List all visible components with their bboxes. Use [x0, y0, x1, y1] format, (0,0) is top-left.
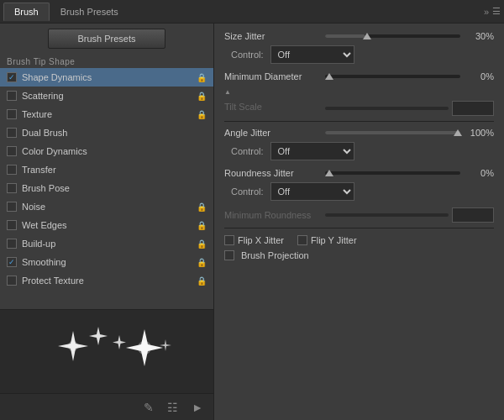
bottom-toolbar: ✎ ☷ ►	[0, 393, 213, 420]
expand-icon[interactable]: »	[484, 7, 489, 17]
list-item-dual-brush[interactable]: Dual Brush	[0, 123, 213, 142]
lock-icon-build-up: 🔒	[197, 239, 207, 249]
play-icon[interactable]: ►	[188, 399, 207, 416]
right-panel: Size Jitter 30% Control: Off Fade Pen Pr…	[214, 24, 504, 420]
tilt-scale-slider[interactable]	[325, 102, 449, 114]
size-jitter-control-select[interactable]: Off Fade Pen Pressure Pen Tilt Stylus Wh…	[270, 45, 354, 64]
main-content: Brush Presets Brush Tip Shape ✓ Shape Dy…	[0, 24, 504, 420]
min-roundness-input[interactable]	[452, 207, 494, 223]
svg-marker-4	[160, 339, 171, 351]
roundness-jitter-row: Roundness Jitter 0%	[224, 167, 494, 179]
checkbox-smoothing[interactable]: ✓	[7, 257, 17, 267]
flip-y-checkbox[interactable]	[297, 235, 307, 245]
roundness-jitter-control-select[interactable]: Off Fade Pen Pressure Pen Tilt Rotation	[270, 182, 354, 201]
checkbox-dual-brush[interactable]	[7, 128, 17, 138]
lock-icon-texture: 🔒	[197, 110, 207, 119]
lock-icon-noise: 🔒	[197, 202, 207, 212]
checkbox-protect-texture[interactable]	[7, 276, 17, 286]
tab-bar: Brush Brush Presets » ☰	[0, 0, 504, 24]
checkbox-scattering[interactable]	[7, 91, 17, 101]
tab-brush-presets[interactable]: Brush Presets	[50, 3, 129, 21]
size-jitter-control-row: Control: Off Fade Pen Pressure Pen Tilt …	[224, 45, 494, 64]
divider-2	[224, 228, 494, 228]
list-item-smoothing[interactable]: ✓ Smoothing 🔒	[0, 253, 213, 271]
checkbox-transfer[interactable]	[7, 165, 17, 175]
svg-marker-2	[113, 335, 126, 349]
checkbox-wet-edges[interactable]	[7, 220, 17, 230]
brush-preview-canvas	[23, 314, 191, 390]
checkbox-shape-dynamics[interactable]: ✓	[7, 72, 17, 82]
tab-icons: » ☰	[484, 6, 501, 17]
menu-icon[interactable]: ☰	[492, 6, 501, 17]
tilt-scale-input[interactable]	[452, 101, 494, 116]
brush-projection-item[interactable]: Brush Projection	[224, 250, 494, 260]
list-item-brush-pose[interactable]: Brush Pose	[0, 179, 213, 197]
lock-icon-wet-edges: 🔒	[197, 221, 207, 230]
tab-brush[interactable]: Brush	[3, 3, 50, 21]
checkbox-row: Flip X Jitter Flip Y Jitter	[224, 235, 494, 245]
angle-jitter-control-select[interactable]: Off Fade Pen Pressure Pen Tilt Rotation	[270, 142, 354, 160]
min-diameter-slider[interactable]	[325, 71, 460, 82]
list-item-texture[interactable]: Texture 🔒	[0, 105, 213, 123]
flip-y-jitter-item[interactable]: Flip Y Jitter	[297, 235, 357, 245]
roundness-jitter-slider[interactable]	[325, 167, 460, 179]
angle-jitter-slider[interactable]	[325, 127, 460, 139]
list-item-shape-dynamics[interactable]: ✓ Shape Dynamics 🔒	[0, 68, 213, 87]
angle-jitter-row: Angle Jitter 100%	[224, 127, 494, 139]
lock-icon-protect-texture: 🔒	[197, 276, 207, 286]
checkbox-noise[interactable]	[7, 202, 17, 212]
svg-point-5	[68, 341, 78, 351]
min-roundness-slider[interactable]	[325, 209, 449, 221]
checkbox-build-up[interactable]	[7, 239, 17, 249]
grid-icon[interactable]: ☷	[164, 399, 181, 416]
brush-list: ✓ Shape Dynamics 🔒 Scattering 🔒 Texture …	[0, 68, 213, 309]
svg-point-6	[138, 341, 151, 354]
brush-tip-shape-header: Brush Tip Shape	[0, 54, 213, 68]
lock-icon-smoothing: 🔒	[197, 258, 207, 267]
checkbox-brush-pose[interactable]	[7, 183, 17, 193]
divider-1	[224, 121, 494, 122]
lock-icon-scattering: 🔒	[197, 92, 207, 101]
brush-panel: Brush Brush Presets » ☰ Brush Presets Br…	[0, 0, 504, 420]
list-item-scattering[interactable]: Scattering 🔒	[0, 87, 213, 105]
list-item-wet-edges[interactable]: Wet Edges 🔒	[0, 216, 213, 234]
new-brush-icon[interactable]: ✎	[140, 399, 157, 416]
flip-x-jitter-item[interactable]: Flip X Jitter	[224, 235, 284, 245]
svg-marker-1	[89, 327, 108, 345]
flip-x-checkbox[interactable]	[224, 235, 234, 245]
list-item-color-dynamics[interactable]: Color Dynamics	[0, 142, 213, 160]
lock-icon-shape-dynamics: 🔒	[197, 73, 207, 82]
roundness-jitter-control-row: Control: Off Fade Pen Pressure Pen Tilt …	[224, 182, 494, 201]
list-item-protect-texture[interactable]: Protect Texture 🔒	[0, 271, 213, 290]
min-diameter-row: Minimum Diameter 0%	[224, 71, 494, 82]
list-item-transfer[interactable]: Transfer	[0, 160, 213, 179]
tilt-scale-row: Tilt Scale	[224, 101, 494, 116]
checkbox-texture[interactable]	[7, 109, 17, 119]
angle-jitter-control-row: Control: Off Fade Pen Pressure Pen Tilt …	[224, 142, 494, 160]
tilt-scale-arrow: ▲	[224, 86, 491, 97]
brush-preview	[0, 309, 213, 393]
list-item-build-up[interactable]: Build-up 🔒	[0, 234, 213, 253]
left-panel: Brush Presets Brush Tip Shape ✓ Shape Dy…	[0, 24, 214, 420]
size-jitter-slider[interactable]	[325, 30, 460, 42]
min-roundness-row: Minimum Roundness	[224, 207, 494, 223]
size-jitter-row: Size Jitter 30%	[224, 30, 494, 42]
checkbox-color-dynamics[interactable]	[7, 146, 17, 156]
brush-projection-checkbox[interactable]	[224, 250, 234, 260]
list-item-noise[interactable]: Noise 🔒	[0, 197, 213, 216]
brush-presets-button[interactable]: Brush Presets	[48, 29, 165, 49]
